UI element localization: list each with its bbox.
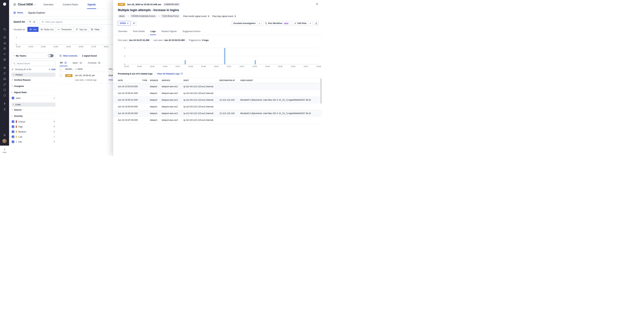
views-button[interactable]: Views [14,11,23,14]
facet-assignee[interactable]: Assignee [12,83,56,89]
escalate-dropdown-button[interactable] [257,21,262,26]
tab-overview[interactable]: Overview [43,0,54,9]
tab-overview[interactable]: Overview [118,29,128,35]
facet-group-triage[interactable]: TRIAGE [12,73,56,77]
checkbox-info[interactable] [12,141,14,143]
tab-open[interactable]: Open 1 [72,60,83,66]
col-destination-ip[interactable]: DESTINATION IP [220,79,240,81]
search-icon[interactable] [2,27,7,31]
chart-plot-area[interactable] [18,35,129,45]
tab-content-packs[interactable]: Content Packs [62,0,78,9]
view-all-related-logs-link[interactable]: View All Related Logs [157,72,183,75]
visualize-top-list-button[interactable]: Top List [74,27,89,32]
facet-archive-reason[interactable]: Archive Reason [12,77,56,83]
facet-option-critical[interactable]: Critical 0 [12,119,56,124]
col-host[interactable]: HOST [184,79,220,81]
select-all-checkbox[interactable] [60,68,62,70]
visualize-rules-list-button[interactable]: Rules List [38,27,56,32]
escalate-investigation-button[interactable]: Escalate Investigation [232,21,257,26]
visualize-timeseries-button[interactable]: Timeseries [56,27,74,32]
pin-icon[interactable] [2,102,7,106]
tab-suggested-actions[interactable]: Suggested Actions [182,29,201,35]
facet-option-info[interactable]: Info 0 [12,139,56,144]
log-row[interactable]: Jun 24 10:50:41.000 teleport teleport-aw… [113,90,322,97]
facet-group-core[interactable]: CORE [12,103,56,107]
facet-search[interactable] [12,61,56,66]
log-row[interactable]: Jun 24 10:53:03.000 teleport teleport-aw… [113,83,322,90]
help-button[interactable]: ? Help [0,146,9,156]
filter-button[interactable]: 1 [27,19,38,24]
add-facet-button[interactable]: Add [48,68,56,71]
pencil-icon[interactable] [12,68,14,70]
tab-rule-details[interactable]: Rule Details [132,29,145,35]
col-service[interactable]: SERVICE [162,79,184,81]
export-button[interactable] [314,21,319,26]
flask-icon[interactable] [2,107,7,111]
log-row[interactable]: Jun 24 10:50:40.000 teleport teleport-aw… [113,110,322,117]
watchdog-icon[interactable] [2,52,7,56]
chart-bar[interactable] [254,60,256,64]
tab-related-signals[interactable]: Related Signals [161,29,177,35]
facet-option-low[interactable]: Low 1 [12,134,56,139]
terminal-icon[interactable] [2,77,7,81]
tab-all[interactable]: All 1 [60,60,68,66]
facet-severity[interactable]: Severity [12,113,56,119]
layers-icon[interactable] [2,58,7,61]
sync-icon[interactable] [2,94,7,97]
checkbox-high[interactable] [12,126,14,128]
facet-option-medium[interactable]: Medium 0 [12,129,56,134]
my-teams-toggle[interactable] [48,54,54,57]
shield-icon[interactable] [2,88,7,92]
chart-bar[interactable] [224,48,225,64]
date-column-header[interactable]: DATE [75,68,108,70]
user-avatar[interactable] [2,139,7,143]
edit-rule-dropdown-button[interactable] [308,21,312,26]
status-open-dropdown[interactable]: OPEN [118,21,130,26]
datadog-logo[interactable] [2,1,7,6]
people-icon[interactable] [2,66,7,70]
history-icon[interactable] [2,35,7,39]
visualize-table-button[interactable]: Table [89,27,102,32]
col-date[interactable]: DATE [118,79,142,81]
link-icon[interactable] [2,83,7,86]
run-workflow-button[interactable]: Run Workflow NEW [263,21,291,26]
product-chevron-down-icon[interactable] [34,3,36,5]
facet-source[interactable]: Source [12,107,56,113]
assign-user-button[interactable] [132,21,136,26]
facet-option-high[interactable]: High 0 [12,124,56,129]
severity-column-header[interactable]: SEVERITY [65,68,74,70]
facet-search-input[interactable] [17,62,54,65]
log-row[interactable]: Jun 24 10:47:35.000 teleport teleport-aw… [113,117,322,124]
chart-plot-area[interactable] [126,46,319,64]
logs-icon[interactable] [2,71,7,75]
col-user-agent[interactable]: USER AGENT [240,79,320,81]
tab-logs[interactable]: Logs [150,29,156,35]
row-checkbox[interactable] [60,74,62,77]
tab-archived[interactable]: Archived 0 [88,60,101,66]
log-row[interactable]: Jun 24 10:50:41.000 teleport teleport-aw… [113,97,322,103]
facet-signal-state[interactable]: Signal State [12,89,56,95]
log-row[interactable]: Jun 24 10:50:40.000 teleport teleport-aw… [113,103,322,110]
close-panel-button[interactable] [316,3,318,5]
tag-t1110[interactable]: T1110-Brute-Force [161,14,180,18]
facet-option-open[interactable]: open 1 [12,95,56,101]
metrics-icon[interactable] [2,41,7,45]
col-type[interactable]: TYPE [142,79,150,81]
hide-controls-button[interactable]: Hide Controls [60,54,77,57]
tag-attack[interactable]: attack [118,14,126,18]
my-teams-filter[interactable]: My Teams [12,53,56,59]
checkbox-low[interactable] [12,136,14,138]
checkbox-open[interactable] [12,97,14,99]
gear-icon[interactable] [2,133,7,137]
monitor-check-icon[interactable] [2,47,7,50]
tag-ta0006[interactable]: TA0006-Credential-Access [130,14,157,18]
x-tick-label: 10:50 [214,65,219,67]
visualize-list-button[interactable]: List [28,27,38,32]
checkbox-medium[interactable] [12,131,14,133]
edit-rule-button[interactable]: Edit Rule [292,21,308,26]
tab-signals[interactable]: Signals [87,0,96,9]
col-source[interactable]: SOURCE [150,79,162,81]
chart-bar[interactable] [185,60,186,64]
checkbox-critical[interactable] [12,121,14,123]
scrollbar-thumb[interactable] [320,79,322,104]
